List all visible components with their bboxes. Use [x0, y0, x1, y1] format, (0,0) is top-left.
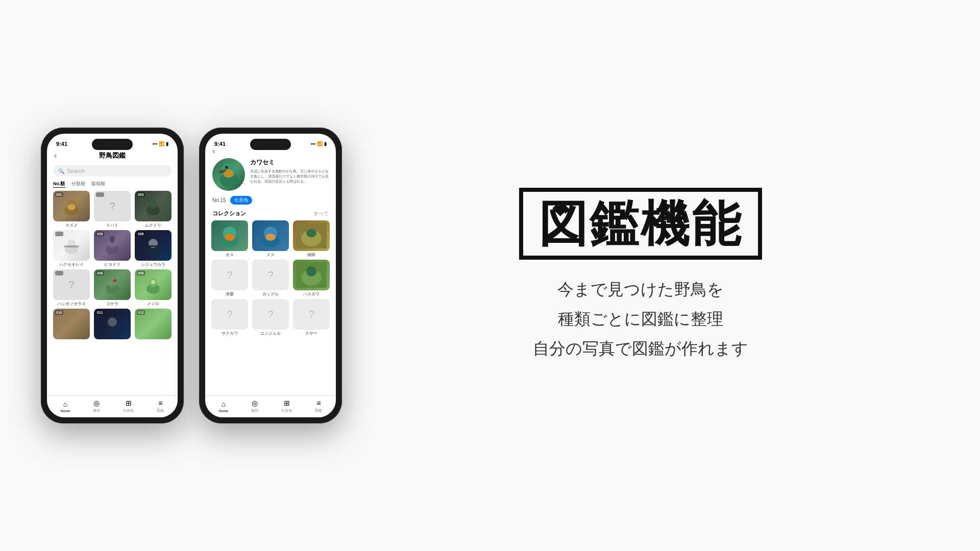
bird-num-002: 002	[96, 192, 104, 197]
search-placeholder: Search	[67, 168, 85, 174]
bird-cell-starling[interactable]: 003 ムクドリ	[134, 191, 173, 228]
col-cell-couple[interactable]: ? カップル	[251, 260, 290, 297]
col-img-male	[211, 220, 248, 251]
col-img-couple: ?	[252, 260, 289, 290]
phone-2-screen: 9:41 ▪▪▪ 📶 ▮ ‹	[205, 134, 336, 417]
bird-cell-dove[interactable]: 002 ? ドバト	[93, 191, 132, 228]
bird-cell-10[interactable]: 010	[52, 309, 91, 340]
tab-home-1[interactable]: ⌂ Home	[61, 400, 70, 413]
col-img-hasu	[293, 260, 330, 290]
question-mark-002: ?	[109, 201, 115, 212]
tab-label-habitat-1: 生息地	[123, 408, 134, 413]
sort-tab-acquired[interactable]: 取得順	[91, 181, 105, 188]
dynamic-island-1	[92, 139, 133, 150]
signal-icon: ▪▪▪	[152, 141, 157, 146]
bird-cell-wagtail[interactable]: 004 ハクセキレイ	[52, 230, 91, 267]
bird-cell-woodpecker[interactable]: 008 コゲラ	[93, 269, 132, 307]
tab-encyclopedia-2[interactable]: ≡ 図鑑	[315, 399, 322, 413]
svg-point-19	[151, 280, 155, 284]
bird-number: No.15	[212, 197, 226, 203]
map-icon-2: ⊞	[284, 399, 290, 407]
tab-habitat-1[interactable]: ⊞ 生息地	[123, 399, 134, 413]
svg-point-4	[149, 199, 158, 209]
bird-name-tit: シジュウカラ	[141, 262, 165, 267]
collection-grid: オス メス 採餌	[205, 220, 336, 336]
bird-cell-mejiro[interactable]: 009 メジロ	[134, 269, 173, 307]
tab-label-home-1: Home	[61, 409, 70, 413]
col-cell-courtship[interactable]: ? 求愛	[210, 260, 249, 297]
col-name-male: オス	[226, 252, 234, 258]
sub-line-2: 種類ごとに図鑑に整理	[533, 305, 748, 334]
col-name-couple: カップル	[262, 291, 279, 297]
bird-num-011: 011	[96, 310, 104, 315]
tab-photo-1[interactable]: ◎ 撮別	[93, 399, 100, 413]
search-bar[interactable]: 🔍 Search	[53, 165, 172, 177]
sub-line-3: 自分の写真で図鑑が作れます	[533, 334, 748, 364]
bird-name-wagtail: ハクセキレイ	[59, 262, 84, 267]
wifi-icon-2: 📶	[317, 141, 323, 146]
col-cell-feeding[interactable]: 採餌	[292, 220, 331, 258]
question-couple: ?	[267, 269, 273, 281]
col-name-susar: スサー	[305, 331, 317, 336]
svg-point-25	[225, 166, 228, 169]
bird-meta: No.15 生息地	[205, 194, 336, 208]
back-button-1[interactable]: ‹	[54, 151, 57, 160]
tab-home-2[interactable]: ⌂ Home	[219, 400, 229, 413]
col-cell-susar[interactable]: ? スサー	[292, 299, 331, 336]
sort-tab-category[interactable]: 分類順	[71, 181, 85, 188]
book-icon-1: ≡	[158, 399, 162, 407]
bird-num-008: 008	[96, 271, 104, 276]
nav-bar-1: ‹ 野鳥図鑑	[47, 149, 178, 163]
col-cell-female[interactable]: メス	[251, 220, 290, 258]
col-cell-saku[interactable]: ? サクカワ	[210, 299, 249, 336]
bird-num-003: 003	[137, 192, 145, 197]
bird-num-005: 005	[96, 232, 104, 236]
svg-point-10	[110, 236, 115, 243]
tab-encyclopedia-1[interactable]: ≡ 図鑑	[157, 399, 164, 413]
bird-cell-11[interactable]: 011	[93, 309, 132, 340]
svg-point-38	[306, 266, 316, 277]
col-name-hasu: ハスカワ	[303, 291, 320, 297]
bird-num-004: 004	[55, 232, 63, 236]
bird-name-crow: ハシボソガラス	[57, 301, 86, 307]
tab-label-photo-2: 撮別	[251, 408, 258, 413]
bird-cell-crow[interactable]: 007 ? ハシボソガラス	[52, 269, 91, 307]
bird-cell-sparrow[interactable]: 001 スズメ	[52, 191, 91, 228]
svg-point-32	[265, 234, 276, 241]
main-title: 図鑑機能	[519, 188, 762, 260]
col-cell-male[interactable]: オス	[210, 220, 249, 258]
bird-num-007: 007	[55, 271, 63, 276]
status-icons-1: ▪▪▪ 📶 ▮	[152, 141, 168, 146]
bird-species-name: カワセミ	[250, 158, 329, 167]
svg-point-16	[113, 279, 117, 282]
col-name-courtship: 求愛	[226, 291, 234, 297]
wifi-icon: 📶	[159, 141, 164, 146]
col-img-feeding	[293, 220, 330, 251]
bird-avatar	[212, 158, 245, 191]
svg-point-21	[108, 317, 117, 327]
phone-1-screen: 9:41 ▪▪▪ 📶 ▮ ‹ 野鳥図鑑 🔍 Search	[47, 134, 178, 417]
book-icon-2: ≡	[316, 399, 321, 407]
svg-rect-7	[64, 245, 79, 247]
map-icon-1: ⊞	[126, 399, 132, 407]
tab-photo-2[interactable]: ◎ 撮別	[251, 399, 258, 413]
collection-all[interactable]: すべて	[313, 210, 329, 217]
bird-cell-tit[interactable]: 006 シジュウカラ	[134, 230, 173, 267]
bird-header: カワセミ 水辺に生息する色鮮やかな鳥。主に魚や小エビを主食とし、清流域だけでなく…	[205, 154, 336, 194]
col-cell-angel[interactable]: ? エンジェル	[251, 299, 290, 336]
tab-label-habitat-2: 生息地	[281, 408, 292, 413]
tab-label-home-2: Home	[219, 409, 229, 413]
sort-tab-no[interactable]: No.順	[53, 181, 65, 188]
tab-label-encyclopedia-2: 図鑑	[315, 408, 322, 413]
bird-num-001: 001	[55, 192, 63, 197]
bird-description: 水辺に生息する色鮮やかな鳥。主に魚や小エビを主食とし、清流域だけでなく都市部の河…	[250, 169, 329, 184]
tab-label-photo-1: 撮別	[93, 408, 100, 413]
tab-habitat-2[interactable]: ⊞ 生息地	[281, 399, 292, 413]
tab-label-encyclopedia-1: 図鑑	[157, 408, 164, 413]
habitat-badge[interactable]: 生息地	[230, 196, 252, 205]
col-cell-hasu[interactable]: ハスカワ	[292, 260, 331, 297]
phones-container: 9:41 ▪▪▪ 📶 ▮ ‹ 野鳥図鑑 🔍 Search	[41, 46, 342, 505]
col-name-angel: エンジェル	[260, 331, 281, 336]
bird-cell-12[interactable]: 012	[134, 309, 173, 340]
bird-cell-bulbul[interactable]: 005 ヒヨドリ	[93, 230, 132, 267]
